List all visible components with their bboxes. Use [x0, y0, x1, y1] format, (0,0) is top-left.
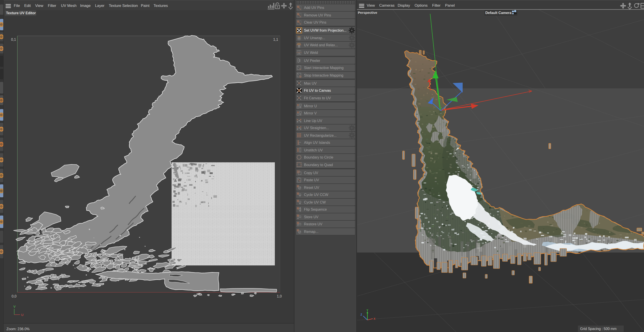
svg-text:Texture UV Editor: Texture UV Editor: [6, 11, 36, 15]
svg-text:UV Mesh: UV Mesh: [61, 4, 76, 8]
svg-text:1,0: 1,0: [277, 294, 282, 298]
svg-text:Fit UV to Canvas: Fit UV to Canvas: [304, 89, 331, 92]
svg-text:Texture Selection: Texture Selection: [109, 4, 138, 8]
svg-text:Reset UV: Reset UV: [304, 186, 319, 189]
svg-text:Mirror V: Mirror V: [304, 111, 317, 115]
svg-text:Remove UV Pins: Remove UV Pins: [304, 13, 331, 17]
svg-text:Restore UV: Restore UV: [304, 222, 322, 226]
svg-text:Clear UV Pins: Clear UV Pins: [304, 21, 326, 24]
svg-text:Default Camera: Default Camera: [485, 11, 511, 15]
svg-text:Filter: Filter: [432, 3, 440, 8]
svg-text:Filter: Filter: [48, 4, 56, 8]
svg-text:Flip Sequence: Flip Sequence: [304, 207, 327, 211]
svg-text:Edit: Edit: [24, 4, 31, 8]
svg-text:Options: Options: [414, 3, 428, 8]
svg-text:Y: Y: [366, 309, 368, 312]
svg-text:Add UV Pins: Add UV Pins: [304, 6, 324, 10]
svg-text:Start Interactive Mapping: Start Interactive Mapping: [304, 66, 344, 70]
svg-text:Cycle UV CCW: Cycle UV CCW: [304, 193, 328, 197]
svg-text:Store UV: Store UV: [304, 215, 318, 219]
svg-text:0,1: 0,1: [11, 38, 16, 42]
svg-text:Image: Image: [80, 4, 90, 8]
svg-text:Textures: Textures: [154, 4, 168, 8]
svg-text:U: U: [21, 313, 24, 317]
svg-text:Grid Spacing : 500 mm: Grid Spacing : 500 mm: [580, 327, 617, 331]
svg-text:Cycle UV CW: Cycle UV CW: [304, 200, 326, 204]
svg-text:Unstitch UV: Unstitch UV: [304, 148, 323, 152]
svg-text:X: X: [374, 317, 376, 320]
svg-text:Max UV: Max UV: [304, 82, 317, 85]
svg-text:Zoom: 236.0%: Zoom: 236.0%: [6, 327, 30, 331]
svg-text:1,1: 1,1: [273, 38, 278, 42]
svg-text:UV Peeler: UV Peeler: [304, 59, 320, 63]
svg-text:V: V: [13, 305, 16, 308]
svg-text:Mirror U: Mirror U: [304, 104, 317, 108]
svg-text:UV Weld: UV Weld: [304, 51, 318, 55]
svg-text:Stop Interactive Mapping: Stop Interactive Mapping: [304, 74, 343, 77]
svg-text:UV Rectangularize...: UV Rectangularize...: [304, 134, 337, 137]
svg-text:Paste UV: Paste UV: [304, 178, 319, 182]
svg-text:Set UVW from Projection...: Set UVW from Projection...: [304, 29, 346, 32]
svg-text:UV Straighten...: UV Straighten...: [304, 126, 329, 130]
svg-text:Remap...: Remap...: [304, 230, 318, 234]
svg-text:Boundary to Circle: Boundary to Circle: [304, 155, 333, 159]
svg-text:Cameras: Cameras: [379, 3, 394, 8]
svg-text:Panel: Panel: [445, 3, 455, 8]
svg-text:Z: Z: [360, 313, 362, 316]
svg-text:UV Unwrap...: UV Unwrap...: [304, 36, 325, 40]
svg-text:View: View: [35, 4, 44, 8]
svg-text:Layer: Layer: [95, 4, 104, 8]
svg-text:Align UV Islands: Align UV Islands: [304, 141, 330, 145]
svg-text:Perspective: Perspective: [358, 11, 377, 15]
svg-text:UV Weld and Relax...: UV Weld and Relax...: [304, 43, 338, 47]
svg-text:Copy UV: Copy UV: [304, 171, 318, 175]
svg-text:Line Up UV: Line Up UV: [304, 119, 322, 123]
svg-text:0,0: 0,0: [12, 294, 16, 298]
svg-text:View: View: [367, 3, 375, 8]
svg-text:File: File: [14, 4, 20, 8]
svg-text:Display: Display: [398, 3, 410, 8]
svg-text:Paint: Paint: [141, 4, 150, 8]
svg-text:Boundary to Quad: Boundary to Quad: [304, 163, 333, 167]
svg-text:Fit Canvas to UV: Fit Canvas to UV: [304, 96, 331, 100]
